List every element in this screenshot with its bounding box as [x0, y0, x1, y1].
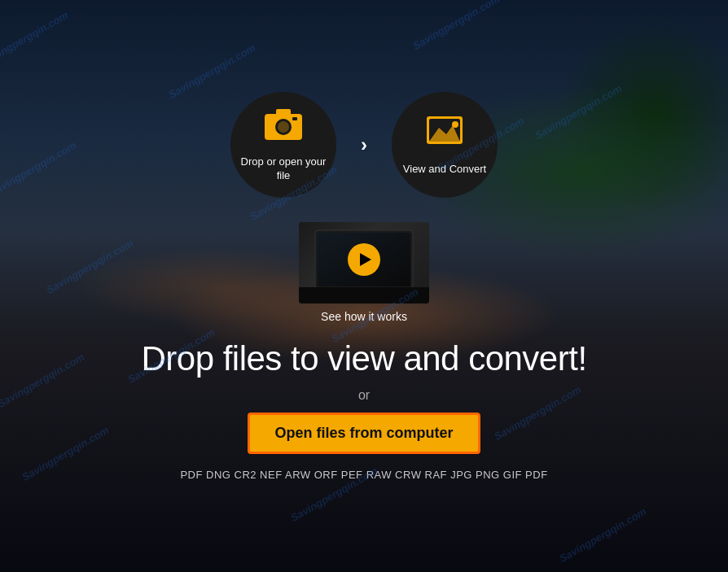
- image-icon: [424, 113, 465, 156]
- step-drop-label: Drop or open your file: [230, 155, 336, 183]
- open-files-button[interactable]: Open files from computer: [248, 413, 480, 454]
- play-triangle-icon: [360, 253, 371, 266]
- arrow-icon: ›: [361, 133, 367, 156]
- main-content: Drop or open your file › View and Conver…: [0, 0, 728, 572]
- play-button[interactable]: [348, 243, 380, 276]
- or-label: or: [358, 388, 370, 403]
- step-drop-open[interactable]: Drop or open your file: [230, 92, 336, 198]
- svg-point-2: [278, 121, 289, 133]
- drop-title: Drop files to view and convert!: [141, 339, 586, 378]
- video-monitor-inner: [299, 222, 429, 303]
- video-thumbnail[interactable]: [299, 222, 429, 303]
- svg-rect-12: [352, 289, 376, 294]
- camera-icon: [263, 106, 304, 149]
- svg-rect-3: [276, 109, 291, 116]
- step-view-convert[interactable]: View and Convert: [392, 92, 498, 198]
- video-section: See how it works: [299, 222, 429, 323]
- steps-row: Drop or open your file › View and Conver…: [230, 92, 498, 198]
- svg-rect-4: [292, 117, 297, 120]
- see-how-label: See how it works: [321, 310, 407, 323]
- svg-point-8: [452, 121, 458, 128]
- formats-list: PDF DNG CR2 NEF ARW ORF PEF RAW CRW RAF …: [180, 469, 547, 481]
- svg-rect-13: [331, 294, 397, 297]
- step-convert-label: View and Convert: [395, 163, 494, 177]
